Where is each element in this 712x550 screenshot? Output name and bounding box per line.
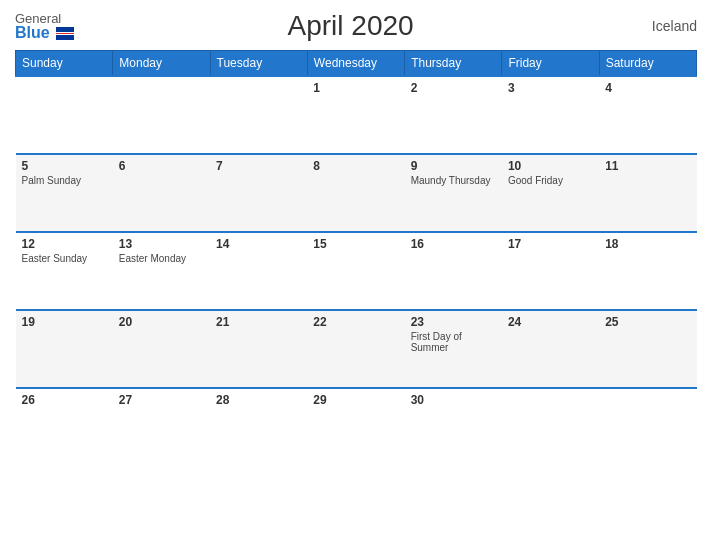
holiday-label: Palm Sunday xyxy=(22,175,107,186)
calendar-cell xyxy=(502,388,599,466)
holiday-label: First Day of Summer xyxy=(411,331,496,353)
calendar-cell: 27 xyxy=(113,388,210,466)
logo: General Blue xyxy=(15,12,74,41)
calendar-table: Sunday Monday Tuesday Wednesday Thursday… xyxy=(15,50,697,466)
col-sunday: Sunday xyxy=(16,51,113,77)
day-number: 24 xyxy=(508,315,593,329)
day-number: 22 xyxy=(313,315,398,329)
calendar-cell xyxy=(16,76,113,154)
day-number: 12 xyxy=(22,237,107,251)
day-number: 17 xyxy=(508,237,593,251)
day-number: 3 xyxy=(508,81,593,95)
calendar-cell: 26 xyxy=(16,388,113,466)
calendar-cell: 12Easter Sunday xyxy=(16,232,113,310)
calendar-cell: 18 xyxy=(599,232,696,310)
day-number: 1 xyxy=(313,81,398,95)
calendar-week-row: 1234 xyxy=(16,76,697,154)
calendar-cell: 10Good Friday xyxy=(502,154,599,232)
calendar-week-row: 12Easter Sunday13Easter Monday1415161718 xyxy=(16,232,697,310)
calendar-week-row: 2627282930 xyxy=(16,388,697,466)
day-number: 9 xyxy=(411,159,496,173)
calendar-cell: 23First Day of Summer xyxy=(405,310,502,388)
calendar-cell: 2 xyxy=(405,76,502,154)
calendar-cell: 30 xyxy=(405,388,502,466)
day-number: 25 xyxy=(605,315,690,329)
col-thursday: Thursday xyxy=(405,51,502,77)
calendar-cell: 16 xyxy=(405,232,502,310)
calendar-cell: 15 xyxy=(307,232,404,310)
calendar-cell: 7 xyxy=(210,154,307,232)
col-saturday: Saturday xyxy=(599,51,696,77)
calendar-cell xyxy=(599,388,696,466)
calendar-cell: 11 xyxy=(599,154,696,232)
day-number: 10 xyxy=(508,159,593,173)
day-number: 16 xyxy=(411,237,496,251)
flag-icon xyxy=(56,27,74,40)
day-number: 21 xyxy=(216,315,301,329)
weekday-header-row: Sunday Monday Tuesday Wednesday Thursday… xyxy=(16,51,697,77)
day-number: 4 xyxy=(605,81,690,95)
day-number: 14 xyxy=(216,237,301,251)
day-number: 6 xyxy=(119,159,204,173)
calendar-cell: 21 xyxy=(210,310,307,388)
day-number: 19 xyxy=(22,315,107,329)
day-number: 26 xyxy=(22,393,107,407)
calendar-cell: 6 xyxy=(113,154,210,232)
calendar-week-row: 1920212223First Day of Summer2425 xyxy=(16,310,697,388)
calendar-cell: 14 xyxy=(210,232,307,310)
calendar-cell: 9Maundy Thursday xyxy=(405,154,502,232)
holiday-label: Easter Sunday xyxy=(22,253,107,264)
col-tuesday: Tuesday xyxy=(210,51,307,77)
col-monday: Monday xyxy=(113,51,210,77)
day-number: 29 xyxy=(313,393,398,407)
day-number: 15 xyxy=(313,237,398,251)
calendar-cell: 8 xyxy=(307,154,404,232)
calendar-cell: 22 xyxy=(307,310,404,388)
col-friday: Friday xyxy=(502,51,599,77)
day-number: 18 xyxy=(605,237,690,251)
day-number: 2 xyxy=(411,81,496,95)
day-number: 30 xyxy=(411,393,496,407)
calendar-cell xyxy=(113,76,210,154)
calendar-cell: 1 xyxy=(307,76,404,154)
calendar-cell: 19 xyxy=(16,310,113,388)
calendar-week-row: 5Palm Sunday6789Maundy Thursday10Good Fr… xyxy=(16,154,697,232)
logo-blue-text: Blue xyxy=(15,25,74,41)
calendar-cell: 5Palm Sunday xyxy=(16,154,113,232)
holiday-label: Good Friday xyxy=(508,175,593,186)
holiday-label: Easter Monday xyxy=(119,253,204,264)
calendar-cell: 13Easter Monday xyxy=(113,232,210,310)
calendar-cell: 25 xyxy=(599,310,696,388)
day-number: 20 xyxy=(119,315,204,329)
day-number: 8 xyxy=(313,159,398,173)
day-number: 28 xyxy=(216,393,301,407)
calendar-cell: 20 xyxy=(113,310,210,388)
calendar-cell: 4 xyxy=(599,76,696,154)
day-number: 7 xyxy=(216,159,301,173)
holiday-label: Maundy Thursday xyxy=(411,175,496,186)
day-number: 13 xyxy=(119,237,204,251)
calendar-cell: 24 xyxy=(502,310,599,388)
country-label: Iceland xyxy=(627,18,697,34)
day-number: 11 xyxy=(605,159,690,173)
calendar-cell xyxy=(210,76,307,154)
col-wednesday: Wednesday xyxy=(307,51,404,77)
day-number: 5 xyxy=(22,159,107,173)
calendar-title: April 2020 xyxy=(288,10,414,42)
calendar-cell: 28 xyxy=(210,388,307,466)
day-number: 27 xyxy=(119,393,204,407)
calendar-cell: 3 xyxy=(502,76,599,154)
page-header: General Blue April 2020 Iceland xyxy=(15,10,697,42)
calendar-page: General Blue April 2020 Iceland Sunday M… xyxy=(0,0,712,550)
day-number: 23 xyxy=(411,315,496,329)
calendar-cell: 17 xyxy=(502,232,599,310)
calendar-cell: 29 xyxy=(307,388,404,466)
